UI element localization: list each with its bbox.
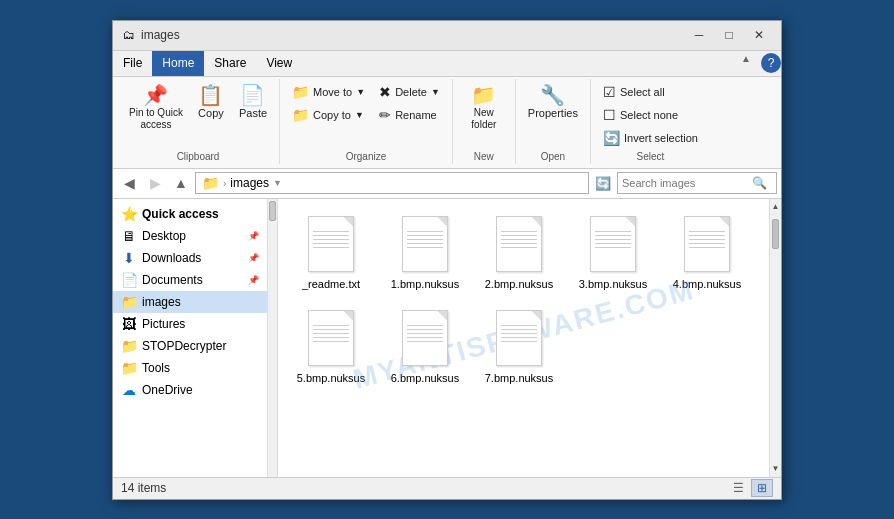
select-none-button[interactable]: ☐ Select none	[597, 104, 704, 126]
search-box: 🔍	[617, 172, 777, 194]
pictures-icon: 🖼	[121, 316, 137, 332]
ribbon-group-organize: 📁 Move to ▼ 📁 Copy to ▼ ✖	[280, 79, 453, 164]
delete-icon: ✖	[379, 84, 391, 100]
close-button[interactable]: ✕	[745, 24, 773, 46]
sidebar-item-label: STOPDecrypter	[142, 339, 226, 353]
copy-folder-icon: 📁	[292, 107, 309, 123]
sidebar-item-label: Desktop	[142, 229, 186, 243]
file-icon	[399, 308, 451, 368]
file-item[interactable]: 3.bmp.nuksus	[568, 207, 658, 297]
invert-selection-button[interactable]: 🔄 Invert selection	[597, 127, 704, 149]
file-item[interactable]: 6.bmp.nuksus	[380, 301, 470, 391]
sidebar-item-documents[interactable]: 📄 Documents 📌	[113, 269, 267, 291]
new-label: New	[474, 151, 494, 162]
path-dropdown-arrow: ▼	[273, 178, 282, 188]
sidebar-item-desktop[interactable]: 🖥 Desktop 📌	[113, 225, 267, 247]
menu-file[interactable]: File	[113, 51, 152, 76]
file-item[interactable]: 1.bmp.nuksus	[380, 207, 470, 297]
select-label: Select	[637, 151, 665, 162]
pin-to-quick-access-button[interactable]: 📌 Pin to Quick access	[123, 81, 189, 135]
up-button[interactable]: ▲	[169, 171, 193, 195]
pin-indicator3: 📌	[248, 275, 259, 285]
file-item[interactable]: 4.bmp.nuksus	[662, 207, 752, 297]
pin-indicator: 📌	[248, 231, 259, 241]
downloads-icon: ⬇	[121, 250, 137, 266]
large-icons-view-button[interactable]: ⊞	[751, 479, 773, 497]
dropdown-arrow-icon2: ▼	[355, 110, 364, 120]
sidebar-item-tools[interactable]: 📁 Tools	[113, 357, 267, 379]
properties-button[interactable]: 🔧 Properties	[522, 81, 584, 124]
sidebar-scrollbar[interactable]	[268, 199, 278, 477]
paste-button[interactable]: 📄 Paste	[233, 81, 273, 124]
select-all-icon: ☑	[603, 84, 616, 100]
dropdown-arrow-icon3: ▼	[431, 87, 440, 97]
move-to-button[interactable]: 📁 Move to ▼	[286, 81, 371, 103]
sidebar-item-label: Documents	[142, 273, 203, 287]
ribbon-group-open: 🔧 Properties Open	[516, 79, 591, 164]
menu-view[interactable]: View	[256, 51, 302, 76]
file-item[interactable]: 2.bmp.nuksus	[474, 207, 564, 297]
search-input[interactable]	[622, 177, 752, 189]
view-controls: ☰ ⊞	[727, 479, 773, 497]
sidebar-item-pictures[interactable]: 🖼 Pictures	[113, 313, 267, 335]
scroll-up-button[interactable]: ▲	[770, 199, 781, 215]
select-all-button[interactable]: ☑ Select all	[597, 81, 704, 103]
invert-icon: 🔄	[603, 130, 620, 146]
desktop-icon: 🖥	[121, 228, 137, 244]
file-icon	[681, 214, 733, 274]
menu-share[interactable]: Share	[204, 51, 256, 76]
details-view-button[interactable]: ☰	[727, 479, 749, 497]
dropdown-arrow-icon: ▼	[356, 87, 365, 97]
properties-icon: 🔧	[540, 85, 565, 105]
sidebar-item-images[interactable]: 📁 images	[113, 291, 267, 313]
help-button[interactable]: ?	[761, 53, 781, 73]
organize-label: Organize	[346, 151, 387, 162]
sidebar-item-stopdecrypter[interactable]: 📁 STOPDecrypter	[113, 335, 267, 357]
pin-icon: 📌	[143, 85, 168, 105]
main-area: ⭐ Quick access 🖥 Desktop 📌 ⬇ Downloads 📌…	[113, 199, 781, 477]
window-icon: 🗂	[121, 27, 137, 43]
file-name: 5.bmp.nuksus	[297, 372, 365, 384]
onedrive-icon: ☁	[121, 382, 137, 398]
copy-button[interactable]: 📋 Copy	[191, 81, 231, 124]
images-icon: 📁	[121, 294, 137, 310]
path-chevron: ›	[223, 178, 226, 189]
pin-indicator2: 📌	[248, 253, 259, 263]
ribbon: 📌 Pin to Quick access 📋 Copy 📄 Paste Cli…	[113, 77, 781, 169]
file-item[interactable]: _readme.txt	[286, 207, 376, 297]
file-area-scrollbar[interactable]: ▲ ▼	[769, 199, 781, 477]
forward-button[interactable]: ▶	[143, 171, 167, 195]
address-path[interactable]: 📁 › images ▼	[195, 172, 589, 194]
file-name: 1.bmp.nuksus	[391, 278, 459, 290]
file-name: 6.bmp.nuksus	[391, 372, 459, 384]
ribbon-collapse-button[interactable]: ▲	[735, 51, 757, 66]
file-icon	[305, 214, 357, 274]
new-folder-icon: 📁	[471, 85, 496, 105]
back-button[interactable]: ◀	[117, 171, 141, 195]
file-name: 2.bmp.nuksus	[485, 278, 553, 290]
minimize-button[interactable]: ─	[685, 24, 713, 46]
rename-button[interactable]: ✏ Rename	[373, 104, 446, 126]
ribbon-group-select: ☑ Select all ☐ Select none 🔄 Invert sele…	[591, 79, 710, 164]
move-icon: 📁	[292, 84, 309, 100]
scroll-thumb[interactable]	[772, 219, 779, 249]
rename-icon: ✏	[379, 107, 391, 123]
sidebar-item-downloads[interactable]: ⬇ Downloads 📌	[113, 247, 267, 269]
file-area: MYANTISPYWARE.COM _readme.txt1.bmp.nuksu…	[278, 199, 769, 477]
sidebar-item-quick-access[interactable]: ⭐ Quick access	[113, 203, 267, 225]
sidebar-item-onedrive[interactable]: ☁ OneDrive	[113, 379, 267, 401]
file-icon	[493, 214, 545, 274]
copy-to-button[interactable]: 📁 Copy to ▼	[286, 104, 371, 126]
file-explorer-window: 🗂 images ─ □ ✕ File Home Share View ▲ ? …	[112, 20, 782, 500]
maximize-button[interactable]: □	[715, 24, 743, 46]
tools-icon: 📁	[121, 360, 137, 376]
new-folder-button[interactable]: 📁 New folder	[459, 81, 509, 135]
file-item[interactable]: 7.bmp.nuksus	[474, 301, 564, 391]
file-item[interactable]: 5.bmp.nuksus	[286, 301, 376, 391]
menu-home[interactable]: Home	[152, 51, 204, 76]
file-icon	[493, 308, 545, 368]
refresh-button[interactable]: 🔄	[591, 171, 615, 195]
delete-button[interactable]: ✖ Delete ▼	[373, 81, 446, 103]
sidebar-item-label: Tools	[142, 361, 170, 375]
scroll-down-button[interactable]: ▼	[770, 461, 781, 477]
